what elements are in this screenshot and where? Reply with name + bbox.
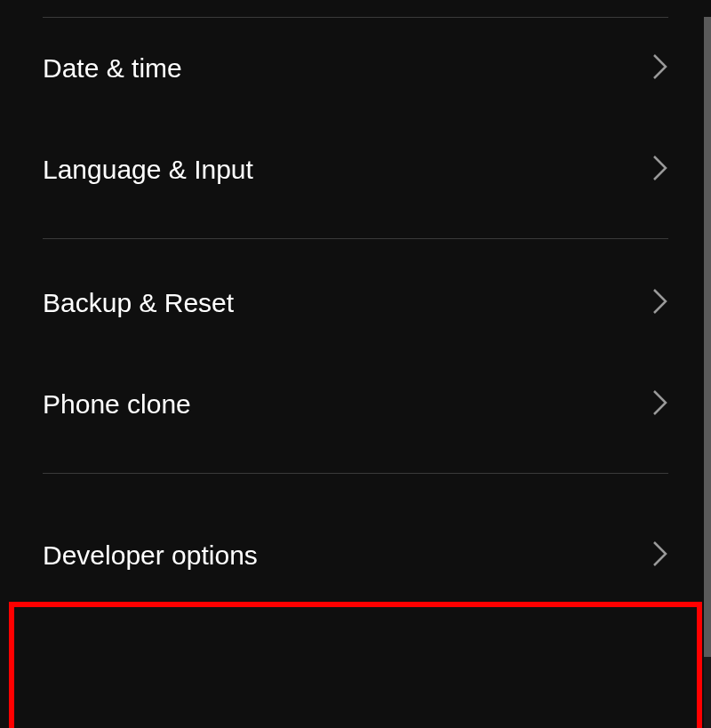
settings-item-backup-reset[interactable]: Backup & Reset [0,239,711,354]
highlight-annotation [9,602,702,728]
scrollbar-thumb[interactable] [704,17,711,657]
settings-item-phone-clone[interactable]: Phone clone [0,354,711,455]
chevron-right-icon [652,53,668,84]
chevron-right-icon [652,389,668,420]
settings-item-label: Date & time [43,53,182,84]
settings-item-label: Backup & Reset [43,288,234,318]
settings-item-label: Developer options [43,540,258,571]
settings-item-language-input[interactable]: Language & Input [0,119,711,220]
chevron-right-icon [652,155,668,185]
settings-item-label: Phone clone [43,389,191,420]
settings-item-developer-options[interactable]: Developer options [0,474,711,606]
chevron-right-icon [652,540,668,571]
chevron-right-icon [652,288,668,318]
settings-screen: Date & time Language & Input Backup & Re… [0,17,711,728]
settings-item-label: Language & Input [43,155,253,185]
settings-item-date-time[interactable]: Date & time [0,18,711,119]
